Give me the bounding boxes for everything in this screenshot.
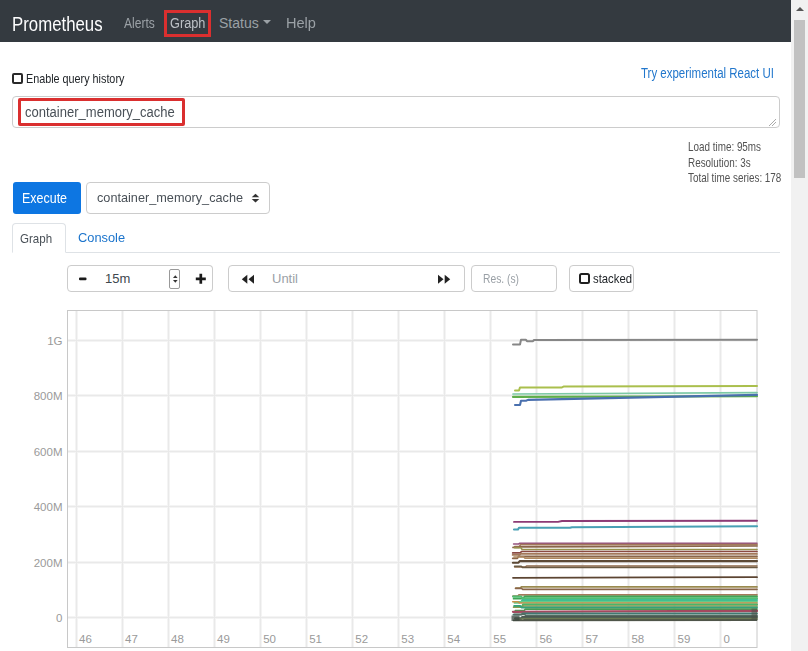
svg-text:56: 56 xyxy=(539,633,552,645)
svg-text:53: 53 xyxy=(401,633,414,645)
svg-text:57: 57 xyxy=(585,633,598,645)
svg-text:59: 59 xyxy=(678,633,691,645)
svg-text:58: 58 xyxy=(631,633,644,645)
svg-text:400M: 400M xyxy=(34,501,63,513)
svg-text:600M: 600M xyxy=(34,446,63,458)
svg-text:800M: 800M xyxy=(34,390,63,402)
svg-text:49: 49 xyxy=(217,633,230,645)
svg-text:47: 47 xyxy=(125,633,138,645)
svg-text:200M: 200M xyxy=(34,557,63,569)
svg-text:52: 52 xyxy=(355,633,368,645)
svg-text:0: 0 xyxy=(56,612,62,624)
svg-text:0: 0 xyxy=(724,633,730,645)
svg-text:1G: 1G xyxy=(47,335,62,347)
svg-text:51: 51 xyxy=(309,633,322,645)
svg-text:54: 54 xyxy=(447,633,460,645)
svg-text:55: 55 xyxy=(493,633,506,645)
svg-text:46: 46 xyxy=(79,633,92,645)
svg-text:48: 48 xyxy=(171,633,184,645)
svg-text:50: 50 xyxy=(263,633,276,645)
